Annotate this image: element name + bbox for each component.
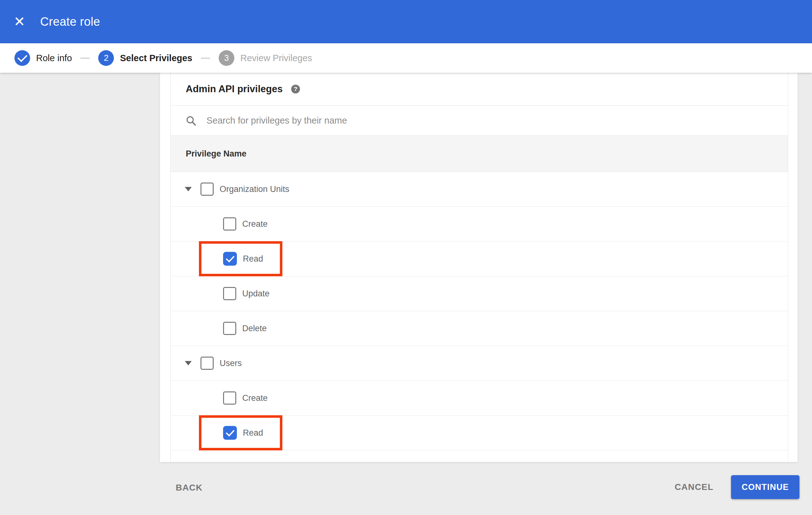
privilege-label: Create (242, 219, 268, 229)
users-create-checkbox[interactable] (223, 391, 236, 404)
search-input[interactable] (206, 115, 678, 126)
checkmark-icon (226, 253, 234, 263)
privilege-row-ou-read: Read (171, 242, 788, 276)
privilege-label: Users (220, 359, 242, 368)
privilege-row-users: Users (171, 346, 788, 381)
step-complete-check-icon (14, 50, 30, 66)
column-header-privilege-name: Privilege Name (186, 149, 246, 159)
dialog-title: Create role (40, 15, 100, 29)
collapse-caret-icon[interactable] (185, 187, 192, 191)
panel-title-row: Admin API privileges ? (171, 73, 788, 106)
privilege-label: Read (243, 428, 263, 438)
privilege-label: Organization Units (220, 184, 289, 194)
users-read-checkbox[interactable] (223, 426, 237, 440)
dialog-header: ✕ Create role (0, 0, 812, 43)
privilege-row-users-read: Read (171, 416, 788, 450)
privilege-row-partial (171, 450, 788, 462)
ou-delete-checkbox[interactable] (223, 322, 236, 335)
table-header-row: Privilege Name (171, 136, 788, 172)
continue-button[interactable]: CONTINUE (731, 475, 800, 499)
privilege-row-users-create: Create (171, 381, 788, 416)
step-label: Select Privileges (120, 53, 192, 63)
step-review-privileges[interactable]: 3 Review Privileges (219, 50, 312, 66)
privilege-row-ou-create: Create (171, 207, 788, 242)
privilege-label: Delete (242, 324, 267, 333)
checkmark-icon (226, 427, 234, 436)
privilege-row-organization-units: Organization Units (171, 172, 788, 207)
ou-update-checkbox[interactable] (223, 287, 236, 300)
step-number-badge: 2 (98, 50, 114, 66)
panel-title: Admin API privileges (186, 84, 283, 95)
close-icon[interactable]: ✕ (12, 15, 27, 29)
step-connector (80, 58, 90, 59)
stepper: Role info 2 Select Privileges 3 Review P… (0, 43, 812, 73)
step-connector (201, 58, 210, 59)
privileges-panel: Admin API privileges ? Privilege Name Or… (160, 73, 798, 462)
step-number-badge: 3 (219, 50, 234, 66)
users-checkbox[interactable] (201, 357, 214, 370)
privilege-row-ou-update: Update (171, 276, 788, 311)
annotation-highlight-box (199, 415, 282, 450)
organization-units-checkbox[interactable] (201, 183, 214, 196)
privileges-table: Admin API privileges ? Privilege Name Or… (170, 73, 788, 462)
privilege-search-row (171, 106, 788, 136)
annotation-highlight-box (199, 241, 282, 276)
privilege-label: Create (242, 393, 268, 403)
step-label: Review Privileges (240, 53, 312, 63)
cancel-button[interactable]: CANCEL (674, 482, 714, 492)
help-icon[interactable]: ? (291, 85, 300, 93)
privilege-label: Update (242, 289, 269, 299)
footer-actions: CANCEL CONTINUE (674, 475, 800, 499)
ou-create-checkbox[interactable] (223, 217, 236, 231)
privilege-row-ou-delete: Delete (171, 311, 788, 346)
dialog-body: Admin API privileges ? Privilege Name Or… (0, 73, 812, 515)
back-button[interactable]: BACK (176, 483, 203, 493)
step-role-info[interactable]: Role info (14, 50, 72, 66)
ou-read-checkbox[interactable] (223, 252, 237, 266)
step-label: Role info (36, 53, 72, 63)
privilege-label: Read (243, 254, 263, 264)
dialog-footer: BACK CANCEL CONTINUE (0, 462, 812, 515)
search-icon (185, 115, 197, 126)
step-select-privileges[interactable]: 2 Select Privileges (98, 50, 192, 66)
collapse-caret-icon[interactable] (185, 361, 192, 365)
